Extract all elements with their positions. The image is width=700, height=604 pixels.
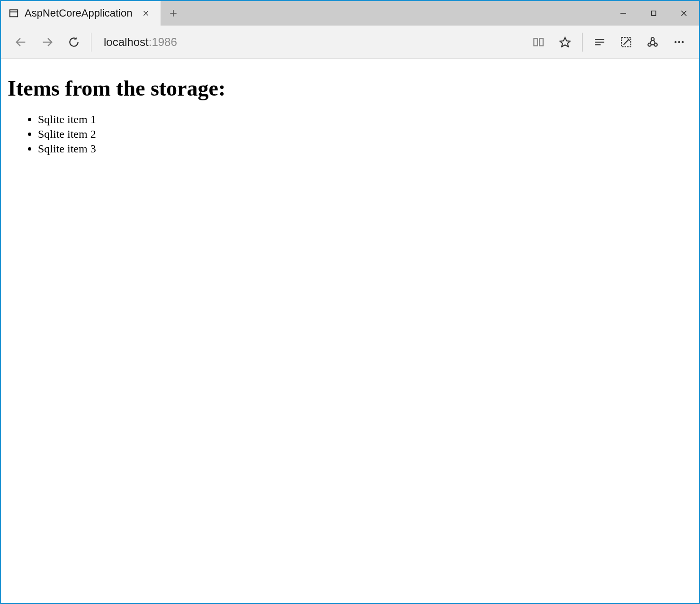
address-host: localhost [104,36,149,48]
tab-title: AspNetCoreApplication [25,7,132,19]
close-window-button[interactable] [669,1,699,26]
more-icon[interactable] [666,29,692,55]
svg-rect-7 [651,11,655,15]
hub-icon[interactable] [586,29,613,55]
page-content: Items from the storage: Sqlite item 1 Sq… [1,59,699,603]
toolbar-separator [91,33,91,52]
svg-point-21 [678,41,680,43]
favorites-icon[interactable] [552,29,578,55]
items-list: Sqlite item 1 Sqlite item 2 Sqlite item … [8,112,692,157]
new-tab-button[interactable] [161,1,186,26]
svg-point-20 [674,41,676,43]
list-item: Sqlite item 2 [38,127,692,142]
back-button[interactable] [8,29,34,55]
list-item: Sqlite item 1 [38,112,692,127]
list-item: Sqlite item 3 [38,142,692,156]
svg-rect-0 [10,10,18,17]
toolbar-right [525,29,692,55]
share-icon[interactable] [639,29,666,55]
page-icon [9,8,19,18]
close-tab-button[interactable] [138,5,154,21]
page-heading: Items from the storage: [8,76,692,101]
browser-window: AspNetCoreApplication [0,0,700,604]
maximize-button[interactable] [638,1,669,26]
svg-point-22 [682,41,683,43]
svg-point-19 [654,43,657,46]
toolbar-separator-2 [582,33,583,52]
toolbar: localhost:1986 [1,26,699,59]
reading-view-icon[interactable] [525,29,552,55]
address-port: :1986 [149,36,177,48]
window-controls [608,1,699,26]
web-note-icon[interactable] [613,29,639,55]
forward-button[interactable] [34,29,61,55]
minimize-button[interactable] [608,1,638,26]
refresh-button[interactable] [61,29,87,55]
address-bar[interactable]: localhost:1986 [95,36,525,49]
browser-tab-active[interactable]: AspNetCoreApplication [1,1,161,26]
svg-marker-12 [560,37,570,47]
svg-point-18 [648,43,651,46]
titlebar: AspNetCoreApplication [1,1,699,26]
